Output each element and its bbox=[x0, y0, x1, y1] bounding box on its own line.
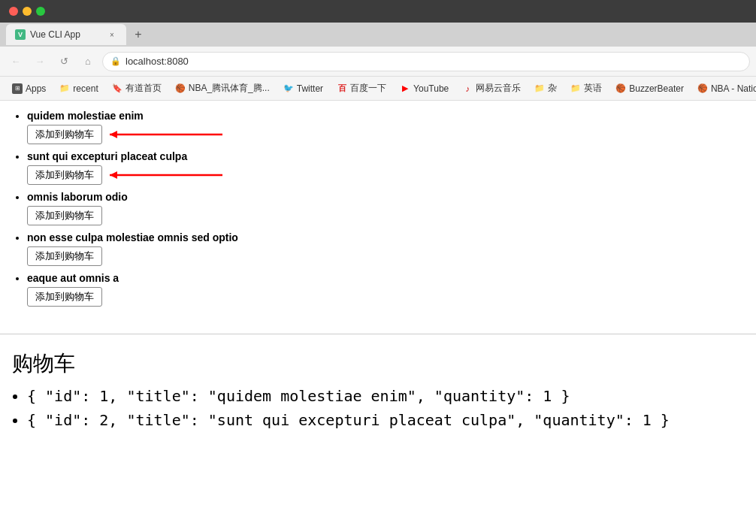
bookmark-recent-label: recent bbox=[73, 83, 98, 94]
tab-title: Vue CLI App bbox=[30, 29, 80, 40]
bookmark-nba-tencent[interactable]: 🏀 NBA_腾讯体育_腾... bbox=[169, 80, 276, 96]
bookmark-za[interactable]: 📁 杂 bbox=[528, 80, 563, 96]
bookmark-nba[interactable]: 🏀 NBA - National Ba... bbox=[691, 82, 756, 95]
minimize-traffic-light[interactable] bbox=[23, 7, 32, 16]
apps-icon: ⊞ bbox=[12, 83, 23, 94]
back-button[interactable]: ← bbox=[6, 52, 26, 71]
cart-item-1: { "id": 1, "title": "quidem molestiae en… bbox=[27, 387, 744, 405]
bookmark-netease-label: 网易云音乐 bbox=[476, 82, 521, 95]
cart-title: 购物车 bbox=[12, 349, 744, 378]
nba-icon: 🏀 bbox=[697, 83, 708, 94]
svg-marker-1 bbox=[110, 131, 117, 138]
cart-section: 购物车 { "id": 1, "title": "quidem molestia… bbox=[0, 343, 756, 441]
youdao-icon: 🔖 bbox=[112, 83, 122, 94]
url-text: localhost:8080 bbox=[125, 56, 189, 67]
reload-button[interactable]: ↺ bbox=[54, 52, 74, 71]
active-tab[interactable]: V Vue CLI App × bbox=[6, 24, 126, 45]
bookmark-buzzerbeater-label: BuzzerBeater bbox=[629, 83, 684, 94]
btn-container-3: 添加到购物车 bbox=[27, 206, 744, 225]
bookmark-recent[interactable]: 📁 recent bbox=[53, 82, 104, 95]
browser-chrome bbox=[0, 0, 756, 23]
cart-item-1-text: { "id": 1, "title": "quidem molestiae en… bbox=[27, 387, 570, 405]
bookmark-nba-label: NBA - National Ba... bbox=[711, 83, 756, 94]
product-title-1: quidem molestiae enim bbox=[27, 110, 744, 122]
list-item: non esse culpa molestiae omnis sed optio… bbox=[27, 231, 744, 266]
new-tab-button[interactable]: + bbox=[129, 26, 147, 44]
add-to-cart-button-1[interactable]: 添加到购物车 bbox=[27, 125, 102, 144]
btn-arrow-container-2: 添加到购物车 bbox=[27, 165, 744, 185]
bookmark-youdao-label: 有道首页 bbox=[125, 82, 162, 95]
baidu-icon: 百 bbox=[337, 83, 347, 94]
cart-item-2: { "id": 2, "title": "sunt qui excepturi … bbox=[27, 411, 744, 429]
traffic-lights bbox=[9, 7, 45, 16]
tab-close-button[interactable]: × bbox=[107, 29, 117, 40]
btn-container-5: 添加到购物车 bbox=[27, 287, 744, 307]
tab-favicon: V bbox=[15, 29, 26, 40]
list-item: quidem molestiae enim 添加到购物车 bbox=[27, 110, 744, 144]
forward-button[interactable]: → bbox=[30, 52, 50, 71]
bookmark-youtube-label: YouTube bbox=[413, 83, 449, 94]
arrow-annotation-1 bbox=[102, 125, 230, 144]
cart-item-2-text: { "id": 2, "title": "sunt qui excepturi … bbox=[27, 411, 670, 429]
address-bar[interactable]: 🔒 localhost:8080 bbox=[102, 52, 750, 71]
bookmark-netease[interactable]: ♪ 网易云音乐 bbox=[456, 80, 527, 96]
bookmark-english[interactable]: 📁 英语 bbox=[564, 80, 608, 96]
btn-container-4: 添加到购物车 bbox=[27, 246, 744, 266]
add-to-cart-button-3[interactable]: 添加到购物车 bbox=[27, 206, 102, 225]
bookmark-za-label: 杂 bbox=[548, 82, 557, 95]
english-folder-icon: 📁 bbox=[570, 83, 581, 94]
folder-icon: 📁 bbox=[59, 83, 70, 94]
tab-bar: V Vue CLI App × + bbox=[0, 23, 756, 47]
bookmark-english-label: 英语 bbox=[584, 82, 602, 95]
nav-bar: ← → ↺ ⌂ 🔒 localhost:8080 bbox=[0, 47, 756, 77]
bookmark-apps[interactable]: ⊞ Apps bbox=[6, 82, 52, 95]
btn-arrow-container-1: 添加到购物车 bbox=[27, 125, 744, 144]
svg-marker-3 bbox=[110, 171, 117, 179]
add-to-cart-button-5[interactable]: 添加到购物车 bbox=[27, 287, 102, 307]
section-divider bbox=[0, 334, 756, 334]
product-title-4: non esse culpa molestiae omnis sed optio bbox=[27, 231, 744, 243]
twitter-icon: 🐦 bbox=[283, 83, 294, 94]
nba-tencent-icon: 🏀 bbox=[175, 83, 186, 94]
buzzerbeater-icon: 🏀 bbox=[615, 83, 626, 94]
list-item: eaque aut omnis a 添加到购物车 bbox=[27, 272, 744, 307]
product-list: quidem molestiae enim 添加到购物车 sunt qui ex… bbox=[12, 110, 744, 307]
bookmarks-bar: ⊞ Apps 📁 recent 🔖 有道首页 🏀 NBA_腾讯体育_腾... 🐦… bbox=[0, 77, 756, 101]
bookmark-buzzerbeater[interactable]: 🏀 BuzzerBeater bbox=[609, 82, 690, 95]
add-to-cart-button-2[interactable]: 添加到购物车 bbox=[27, 165, 102, 185]
maximize-traffic-light[interactable] bbox=[36, 7, 45, 16]
bookmark-twitter[interactable]: 🐦 Twitter bbox=[277, 82, 329, 95]
bookmark-twitter-label: Twitter bbox=[297, 83, 323, 94]
bookmark-youtube[interactable]: ▶ YouTube bbox=[394, 82, 455, 95]
list-item: omnis laborum odio 添加到购物车 bbox=[27, 191, 744, 225]
bookmark-baidu[interactable]: 百 百度一下 bbox=[331, 80, 392, 96]
list-item: sunt qui excepturi placeat culpa 添加到购物车 bbox=[27, 150, 744, 185]
cart-list: { "id": 1, "title": "quidem molestiae en… bbox=[12, 387, 744, 429]
add-to-cart-button-4[interactable]: 添加到购物车 bbox=[27, 246, 102, 266]
youtube-icon: ▶ bbox=[400, 83, 410, 94]
product-title-3: omnis laborum odio bbox=[27, 191, 744, 203]
bookmark-nba-tencent-label: NBA_腾讯体育_腾... bbox=[189, 82, 270, 95]
lock-icon: 🔒 bbox=[110, 56, 121, 66]
page-content: quidem molestiae enim 添加到购物车 sunt qui ex… bbox=[0, 101, 756, 328]
bookmark-baidu-label: 百度一下 bbox=[350, 82, 386, 95]
home-button[interactable]: ⌂ bbox=[78, 52, 98, 71]
product-title-2: sunt qui excepturi placeat culpa bbox=[27, 150, 744, 162]
netease-icon: ♪ bbox=[462, 83, 473, 94]
bookmark-apps-label: Apps bbox=[26, 83, 46, 94]
arrow-annotation-2 bbox=[102, 166, 230, 184]
bookmark-youdao[interactable]: 🔖 有道首页 bbox=[106, 80, 168, 96]
za-folder-icon: 📁 bbox=[534, 83, 545, 94]
close-traffic-light[interactable] bbox=[9, 7, 18, 16]
product-title-5: eaque aut omnis a bbox=[27, 272, 744, 284]
